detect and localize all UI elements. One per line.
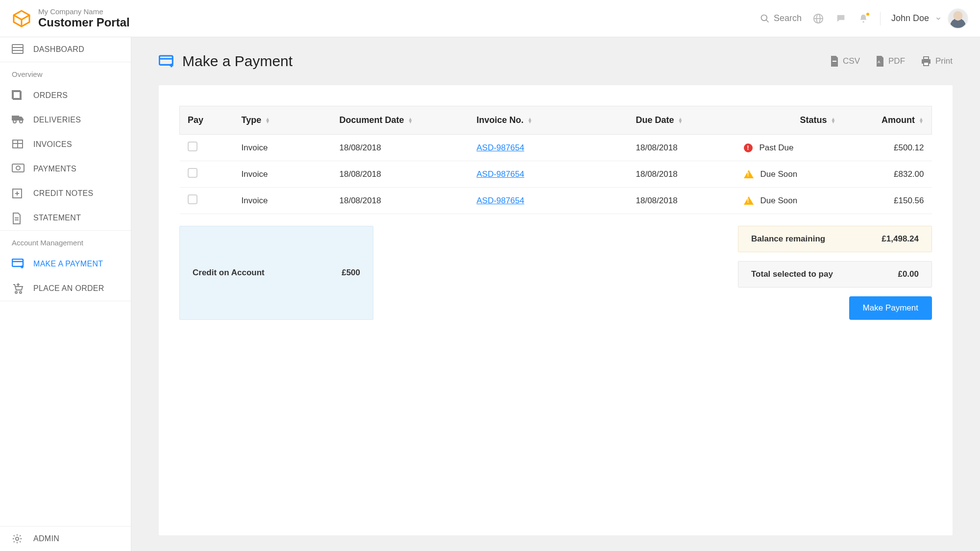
col-pay[interactable]: Pay (180, 106, 234, 135)
file-csv-icon (830, 56, 839, 67)
search-button[interactable]: Search (760, 13, 802, 24)
sidebar-item-label: Payments (33, 165, 76, 173)
dashboard-icon (12, 44, 24, 55)
col-type[interactable]: Type▲▼ (234, 106, 332, 135)
sort-icon: ▲▼ (265, 118, 270, 123)
col-doc-date[interactable]: Document Date▲▼ (332, 106, 469, 135)
svg-point-2 (761, 15, 767, 21)
credit-on-account: Credit on Account £500 (179, 226, 373, 320)
credit-label: Credit on Account (193, 268, 265, 278)
alert-triangle-icon (744, 170, 754, 178)
cell-due-date: 18/08/2018 (628, 161, 736, 188)
make-payment-button[interactable]: Make Payment (849, 296, 932, 320)
card-plus-icon (159, 55, 174, 68)
brand: My Company Name Customer Portal (12, 7, 130, 29)
col-amount[interactable]: Amount▲▼ (844, 106, 932, 135)
svg-point-15 (20, 120, 23, 123)
cell-doc-date: 18/08/2018 (332, 161, 469, 188)
sidebar-item-label: Invoices (33, 140, 72, 149)
svg-text:A: A (878, 60, 881, 64)
sidebar-item-label: Orders (33, 91, 68, 100)
balance-remaining: Balance remaining £1,498.24 (738, 226, 932, 252)
export-pdf-button[interactable]: A PDF (876, 56, 905, 67)
bell-icon[interactable] (858, 13, 869, 24)
orders-icon (12, 90, 24, 101)
svg-point-7 (862, 21, 864, 23)
col-status[interactable]: Status▲▼ (736, 106, 844, 135)
sort-icon: ▲▼ (678, 118, 683, 123)
sidebar-item-invoices[interactable]: Invoices (0, 132, 131, 157)
sidebar-item-orders[interactable]: Orders (0, 83, 131, 108)
sidebar-item-payments[interactable]: Payments (0, 157, 131, 181)
sidebar-item-place-order[interactable]: Place an Order (0, 276, 131, 301)
sidebar-item-statement[interactable]: Statement (0, 206, 131, 230)
invoice-link[interactable]: ASD-987654 (477, 143, 524, 152)
user-menu[interactable]: John Doe (891, 8, 968, 29)
sidebar-item-dashboard[interactable]: Dashboard (0, 37, 131, 62)
svg-point-31 (20, 291, 22, 293)
export-csv-button[interactable]: CSV (830, 56, 860, 67)
sidebar-item-deliveries[interactable]: Deliveries (0, 108, 131, 132)
main: Make a Payment CSV A PDF Print (131, 37, 980, 551)
row-checkbox[interactable] (188, 142, 197, 151)
invoice-link[interactable]: ASD-987654 (477, 196, 524, 205)
invoices-table: Pay Type▲▼ Document Date▲▼ Invoice No.▲▼… (179, 106, 932, 214)
sidebar-item-credit-notes[interactable]: Credit Notes (0, 181, 131, 206)
col-due-date[interactable]: Due Date▲▼ (628, 106, 736, 135)
sort-icon: ▲▼ (528, 118, 533, 123)
alert-circle-icon: ! (744, 144, 753, 152)
sidebar: Dashboard Overview Orders Deliveries Inv… (0, 37, 131, 551)
print-button[interactable]: Print (921, 56, 953, 67)
truck-icon (12, 115, 24, 125)
cell-status: Due Soon (744, 196, 836, 206)
sidebar-item-label: Make a Payment (33, 260, 103, 268)
statement-icon (12, 213, 24, 223)
svg-point-14 (13, 120, 16, 123)
total-selected: Total selected to pay £0.00 (738, 261, 932, 287)
divider (880, 12, 881, 25)
search-label: Search (774, 13, 802, 24)
printer-icon (921, 56, 931, 66)
svg-rect-19 (12, 164, 24, 172)
chat-icon[interactable] (835, 13, 847, 24)
user-name: John Doe (891, 13, 929, 24)
row-checkbox[interactable] (188, 194, 197, 204)
col-invoice-no[interactable]: Invoice No.▲▼ (469, 106, 628, 135)
balance-value: £1,498.24 (882, 234, 919, 244)
balance-label: Balance remaining (751, 234, 825, 244)
sidebar-item-admin[interactable]: Admin (0, 527, 131, 551)
page-title: Make a Payment (182, 53, 293, 70)
sidebar-item-make-payment[interactable]: Make a Payment (0, 252, 131, 276)
credit-value: £500 (342, 268, 360, 278)
cell-status: !Past Due (744, 143, 836, 153)
export-label: Print (935, 56, 953, 66)
sort-icon: ▲▼ (919, 118, 924, 123)
svg-rect-43 (924, 62, 929, 66)
export-label: CSV (843, 56, 860, 66)
svg-rect-35 (159, 56, 172, 65)
logo-icon (12, 9, 31, 28)
svg-point-20 (16, 166, 20, 170)
table-header-row: Pay Type▲▼ Document Date▲▼ Invoice No.▲▼… (180, 106, 932, 135)
invoice-link[interactable]: ASD-987654 (477, 169, 524, 179)
avatar (948, 8, 968, 29)
row-checkbox[interactable] (188, 168, 197, 178)
cell-type: Invoice (234, 135, 332, 161)
invoices-icon (12, 139, 24, 150)
sidebar-item-label: Admin (33, 534, 59, 543)
cart-plus-icon (12, 283, 24, 294)
cell-status: Due Soon (744, 169, 836, 179)
sort-icon: ▲▼ (831, 118, 836, 123)
topbar: My Company Name Customer Portal Search J… (0, 0, 980, 37)
topbar-actions: Search John Doe (760, 8, 968, 29)
sidebar-item-label: Place an Order (33, 284, 104, 293)
svg-line-3 (766, 20, 768, 22)
credit-notes-icon (12, 188, 24, 199)
cell-amount: £832.00 (844, 161, 932, 188)
cell-amount: £150.56 (844, 188, 932, 214)
globe-icon[interactable] (812, 13, 824, 24)
page-header: Make a Payment CSV A PDF Print (159, 53, 953, 70)
sidebar-section-account: Account Management (0, 231, 131, 252)
selected-value: £0.00 (898, 269, 919, 279)
svg-rect-8 (12, 45, 23, 53)
